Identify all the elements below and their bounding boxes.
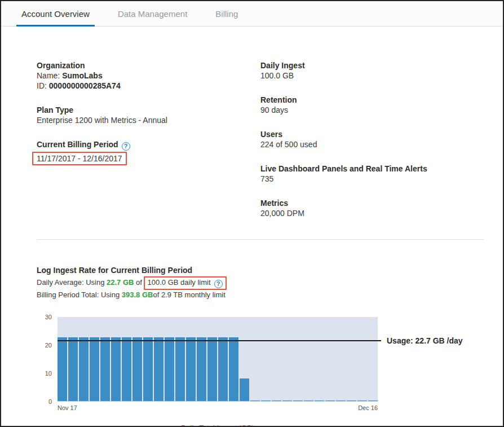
chart-bar — [79, 337, 89, 401]
tab-billing[interactable]: Billing — [210, 1, 243, 26]
daily-average-line: Daily Average: Using 22.7 GB of 100.0 GB… — [37, 276, 484, 290]
y-tick-label: 30 — [45, 314, 52, 320]
id-label: ID: — [37, 81, 49, 90]
tab-data-management[interactable]: Data Management — [113, 1, 192, 26]
x-tick-end: Dec 16 — [358, 404, 378, 411]
chart-bar — [261, 400, 271, 401]
plan-type-label: Plan Type — [37, 105, 260, 115]
chart-bar — [154, 337, 163, 401]
organization-column: Organization Name: SumoLabs ID: 00000000… — [37, 60, 260, 232]
usage-line-label: Usage: 22.7 GB /day — [387, 336, 463, 345]
account-page: Account Overview Data Management Billing… — [0, 0, 504, 427]
tab-account-overview-label: Account Overview — [21, 9, 90, 19]
plan-type-group: Plan Type Enterprise 1200 with Metrics -… — [37, 105, 260, 125]
section-divider — [37, 239, 484, 240]
billing-period-label: Current Billing Period? — [37, 139, 260, 151]
users-value: 224 of 500 used — [260, 139, 484, 149]
daily-ingest-label: Daily Ingest — [260, 60, 484, 71]
chart-bar — [272, 400, 281, 401]
id-value: 0000000000285A74 — [49, 81, 121, 90]
ingest-chart: 0102030 Usage: 22.7 GB /day Nov 17 Dec 1… — [37, 317, 484, 411]
chart-bar — [325, 400, 335, 401]
chart-bar — [293, 400, 303, 401]
chart-bar — [304, 400, 313, 401]
organization-group: Organization Name: SumoLabs ID: 00000000… — [37, 60, 260, 91]
chart-bar — [347, 400, 356, 401]
billing-total-line: Billing Period Total: Using 393.8 GBof 2… — [37, 290, 484, 300]
account-content: Organization Name: SumoLabs ID: 00000000… — [1, 27, 503, 427]
y-tick-label: 0 — [48, 399, 52, 405]
panels-value: 735 — [260, 174, 484, 184]
billing-period-row: 11/17/2017 - 12/16/2017 — [37, 152, 260, 165]
chart-bar — [197, 337, 206, 401]
plan-type-value: Enterprise 1200 with Metrics - Annual — [37, 115, 260, 125]
chart-plot-area: Usage: 22.7 GB /day Nov 17 Dec 16 — [58, 317, 378, 411]
chart-bar — [368, 400, 378, 401]
chart-bar — [143, 337, 153, 401]
chart-bar — [175, 337, 185, 401]
tab-data-management-label: Data Management — [118, 9, 187, 19]
chart-bar — [315, 400, 324, 401]
organization-name: Name: SumoLabs — [37, 71, 260, 81]
daily-average-prefix: Daily Average: Using — [37, 278, 107, 287]
chart-bar — [186, 337, 196, 401]
metrics-label: Metrics — [260, 198, 484, 208]
retention-value: 90 days — [260, 105, 484, 115]
metrics-group: Metrics 20,000 DPM — [260, 198, 484, 218]
chart-y-axis: 0102030 — [37, 317, 58, 402]
billing-total-prefix: Billing Period Total: Using — [37, 290, 122, 299]
name-label: Name: — [37, 71, 62, 80]
billing-total-value: 393.8 GB — [122, 290, 153, 299]
help-icon[interactable]: ? — [214, 280, 223, 288]
stats-column: Daily Ingest 100.0 GB Retention 90 days … — [260, 60, 484, 232]
chart-bar — [357, 400, 367, 401]
retention-label: Retention — [260, 95, 484, 105]
chart-x-axis: Nov 17 Dec 16 — [58, 404, 378, 411]
chart-axis-title: Daily Total Ingest (GB) — [58, 424, 378, 427]
tab-bar: Account Overview Data Management Billing — [1, 1, 503, 27]
billing-total-suffix: of 2.9 TB monthly limit — [153, 290, 225, 299]
chart-bar — [68, 337, 78, 401]
account-columns: Organization Name: SumoLabs ID: 00000000… — [37, 60, 484, 232]
daily-ingest-group: Daily Ingest 100.0 GB — [260, 60, 484, 81]
help-icon[interactable]: ? — [122, 142, 130, 151]
users-label: Users — [260, 129, 484, 139]
chart-bar — [207, 337, 217, 401]
panels-group: Live Dashboard Panels and Real Time Aler… — [260, 164, 484, 184]
billing-period-value: 11/17/2017 - 12/16/2017 — [37, 154, 122, 163]
panels-label: Live Dashboard Panels and Real Time Aler… — [260, 164, 484, 174]
daily-average-mid: of — [134, 278, 144, 287]
chart-bar — [111, 337, 121, 401]
retention-group: Retention 90 days — [260, 95, 484, 115]
daily-average-value: 22.7 GB — [107, 278, 134, 287]
y-tick-label: 10 — [45, 371, 52, 377]
daily-limit-value: 100.0 GB daily limit — [148, 278, 211, 287]
ingest-section: Log Ingest Rate for Current Billing Peri… — [37, 266, 484, 427]
organization-id: ID: 0000000000285A74 — [37, 81, 260, 91]
chart-bar — [122, 337, 131, 401]
daily-ingest-value: 100.0 GB — [260, 71, 484, 81]
name-value: SumoLabs — [62, 71, 103, 80]
metrics-value: 20,000 DPM — [260, 208, 484, 218]
users-group: Users 224 of 500 used — [260, 129, 484, 149]
daily-limit-highlight-box: 100.0 GB daily limit? — [144, 276, 227, 290]
y-tick-label: 20 — [45, 342, 52, 349]
billing-period-group: Current Billing Period? 11/17/2017 - 12/… — [37, 139, 260, 165]
chart-bar — [58, 337, 67, 401]
chart-bar — [132, 337, 142, 401]
billing-period-highlight-box: 11/17/2017 - 12/16/2017 — [32, 152, 127, 165]
organization-label: Organization — [37, 60, 260, 71]
ingest-section-title: Log Ingest Rate for Current Billing Peri… — [37, 266, 484, 275]
chart-bar — [336, 400, 346, 401]
usage-line: Usage: 22.7 GB /day — [58, 340, 381, 341]
x-tick-start: Nov 17 — [58, 404, 77, 411]
chart-bar — [218, 337, 228, 401]
chart-bar — [100, 337, 110, 401]
chart-plot — [58, 317, 378, 402]
chart-bar — [250, 400, 260, 401]
chart-bar — [240, 378, 249, 401]
tab-account-overview[interactable]: Account Overview — [16, 1, 95, 26]
chart-bar — [90, 337, 99, 401]
chart-bar — [165, 337, 174, 401]
tab-billing-label: Billing — [215, 9, 238, 19]
